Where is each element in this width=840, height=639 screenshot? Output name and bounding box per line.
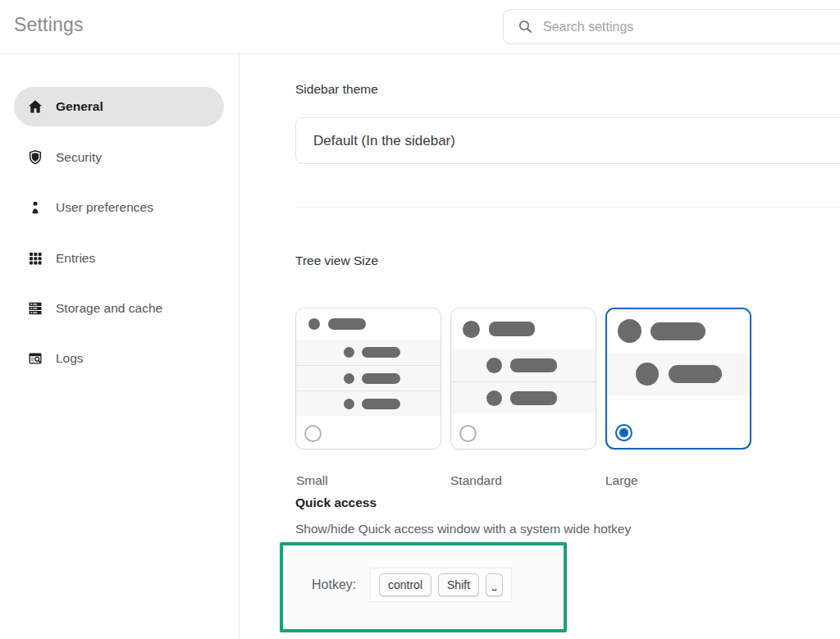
- sidebar-item-label: General: [56, 99, 103, 114]
- tree-view-size-label: Tree view Size: [295, 253, 378, 268]
- keycap-space: ⎵: [486, 573, 503, 596]
- quick-access-title: Quick access: [295, 495, 377, 510]
- tree-size-option-small[interactable]: [295, 308, 441, 450]
- sidebar-item-label: Security: [56, 150, 102, 165]
- hotkey-highlight-box: Hotkey: control Shift ⎵: [280, 542, 567, 632]
- sidebar-item-label: Logs: [56, 351, 84, 366]
- keycap-control: control: [379, 573, 431, 597]
- sidebar-item-security[interactable]: Security: [14, 138, 224, 177]
- top-bar: Settings: [0, 0, 840, 54]
- keycap-shift: Shift: [438, 573, 479, 597]
- sidebar: General Security User preferences: [0, 54, 240, 639]
- grid-icon: [27, 250, 43, 267]
- settings-window: Settings General Security User pref: [0, 0, 840, 639]
- sidebar-theme-select[interactable]: Default (In the sidebar): [295, 117, 840, 164]
- home-icon: [27, 98, 43, 115]
- radio-small[interactable]: [304, 425, 322, 442]
- preview-parent-row: [607, 309, 750, 353]
- section-divider: [295, 207, 840, 208]
- server-stack-icon: [27, 300, 43, 317]
- log-search-icon: [27, 350, 43, 367]
- sidebar-item-label: User preferences: [56, 200, 153, 215]
- person-icon: [27, 199, 43, 216]
- hotkey-input[interactable]: control Shift ⎵: [370, 568, 512, 602]
- preview-parent-row: [296, 308, 441, 340]
- sidebar-item-entries[interactable]: Entries: [14, 239, 224, 278]
- settings-content: Sidebar theme Default (In the sidebar) T…: [240, 54, 840, 639]
- tree-size-label-standard: Standard: [450, 473, 502, 488]
- sidebar-theme-value: Default (In the sidebar): [313, 133, 455, 149]
- tree-size-option-standard[interactable]: [450, 308, 596, 450]
- preview-children: [296, 340, 441, 416]
- sidebar-item-general[interactable]: General: [14, 87, 224, 126]
- preview-children: [607, 353, 750, 395]
- shield-icon: [27, 149, 43, 166]
- sidebar-item-label: Storage and cache: [56, 301, 162, 316]
- tree-size-label-small: Small: [296, 473, 328, 488]
- tree-size-label-large: Large: [605, 473, 638, 488]
- page-title: Settings: [14, 14, 84, 36]
- search-icon: [518, 19, 533, 34]
- search-input[interactable]: [541, 19, 788, 35]
- hotkey-label: Hotkey:: [312, 577, 356, 592]
- sidebar-item-user-preferences[interactable]: User preferences: [14, 188, 224, 227]
- sidebar-theme-label: Sidebar theme: [295, 82, 378, 97]
- sidebar-item-label: Entries: [56, 251, 95, 266]
- tree-size-option-large[interactable]: [605, 308, 751, 450]
- quick-access-description: Show/hide Quick access window with a sys…: [295, 522, 631, 536]
- radio-large[interactable]: [615, 424, 632, 441]
- sidebar-item-storage-and-cache[interactable]: Storage and cache: [14, 289, 224, 328]
- preview-children: [451, 349, 596, 413]
- preview-parent-row: [451, 308, 596, 349]
- search-box[interactable]: [503, 9, 840, 44]
- radio-standard[interactable]: [459, 425, 477, 442]
- sidebar-item-logs[interactable]: Logs: [14, 339, 224, 378]
